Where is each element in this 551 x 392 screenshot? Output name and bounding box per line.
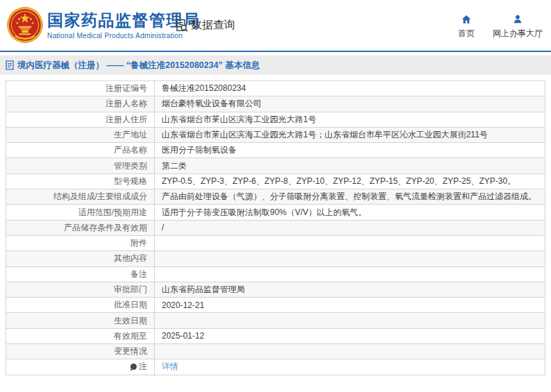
data-query-label: 数据查询 (191, 18, 235, 33)
table-row: 管理类别第二类 (6, 158, 545, 173)
row-value (155, 266, 545, 282)
row-value: 鲁械注准20152080234 (155, 81, 545, 96)
row-label: 注册人住所 (6, 112, 155, 127)
row-label: 其他内容 (6, 251, 155, 266)
data-query-icon (175, 19, 189, 33)
document-icon (6, 60, 15, 70)
nav-service-hall[interactable]: 网上办事大厅 (493, 14, 543, 40)
table-row: 有效期至2025-01-12 (6, 328, 545, 343)
row-value: 2020-12-21 (155, 298, 545, 313)
table-row: 注册人住所山东省烟台市莱山区滨海工业园光大路1号 (6, 112, 545, 127)
row-label: 产品名称 (6, 143, 155, 158)
row-value: 山东省烟台市莱山区滨海工业园光大路1号；山东省烟台市牟平区沁水工业园大展街211… (155, 127, 545, 142)
row-value: ZYP-0.5、ZYP-3、ZYP-6、ZYP-8、ZYP-10、ZYP-12、… (155, 173, 545, 189)
row-label: 管理类别 (6, 158, 155, 173)
table-row: 型号规格ZYP-0.5、ZYP-3、ZYP-6、ZYP-8、ZYP-10、ZYP… (6, 173, 545, 189)
row-value (155, 251, 545, 266)
row-value (155, 344, 545, 359)
row-label: 附件 (6, 235, 155, 250)
row-value: 适用于分子筛变压吸附法制取90%（V/V）以上的氧气。 (155, 205, 545, 220)
national-emblem-icon (6, 6, 44, 44)
row-label: 结构及组成/主要组成成分 (6, 189, 155, 205)
table-row: 生效日期 (6, 313, 545, 328)
row-label: 审批部门 (6, 282, 155, 297)
row-label: 有效期至 (6, 328, 155, 343)
table-row: 注详情 (6, 359, 545, 375)
row-label: 注册证编号 (6, 81, 155, 96)
breadcrumb: 境内医疗器械（注册） —— “鲁械注准20152080234” 基本信息 (0, 56, 551, 75)
info-table-body: 注册证编号鲁械注准20152080234注册人名称烟台豪特氧业设备有限公司注册人… (6, 81, 545, 375)
nav-home-label: 首页 (458, 28, 475, 40)
row-value: 医用分子筛制氧设备 (155, 143, 545, 158)
row-label: 批准日期 (6, 298, 155, 313)
nmpa-logo[interactable]: 国家药品监督管理局 National Medical Products Admi… (6, 6, 201, 44)
row-value: 产品由前处理设备（气源）、分子筛吸附分离装置、控制装置、氧气流量检测装置和产品过… (155, 189, 545, 205)
home-icon (461, 14, 472, 25)
row-value (155, 313, 545, 328)
row-value: 2025-01-12 (155, 328, 545, 343)
table-row: 审批部门山东省药品监督管理局 (6, 282, 545, 297)
row-value: 山东省药品监督管理局 (155, 282, 545, 297)
nav-service-hall-label: 网上办事大厅 (493, 28, 543, 40)
row-label: 备注 (6, 266, 155, 282)
table-row: 产品名称医用分子筛制氧设备 (6, 143, 545, 158)
table-row: 注册证编号鲁械注准20152080234 (6, 81, 545, 96)
row-label: 变更情况 (6, 344, 155, 359)
page-title: 境内医疗器械（注册） —— “鲁械注准20152080234” 基本信息 (17, 60, 260, 71)
row-label: 产品储存条件及有效期 (6, 220, 155, 235)
note-icon (130, 364, 137, 370)
data-query-tab[interactable]: 数据查询 (175, 18, 235, 33)
row-label: 型号规格 (6, 173, 155, 189)
nav-home[interactable]: 首页 (458, 14, 475, 40)
details-link[interactable]: 详情 (162, 361, 178, 371)
row-label: 适用范围/预期用途 (6, 205, 155, 220)
table-row: 其他内容 (6, 251, 545, 266)
row-value: 详情 (155, 359, 545, 375)
table-row: 附件 (6, 235, 545, 250)
row-value (155, 235, 545, 250)
registration-info-table: 注册证编号鲁械注准20152080234注册人名称烟台豪特氧业设备有限公司注册人… (6, 80, 545, 375)
row-label: 生效日期 (6, 313, 155, 328)
row-label: 注 (6, 359, 155, 375)
top-nav: 首页 网上办事大厅 (458, 14, 543, 40)
table-row: 结构及组成/主要组成成分产品由前处理设备（气源）、分子筛吸附分离装置、控制装置、… (6, 189, 545, 205)
table-row: 批准日期2020-12-21 (6, 298, 545, 313)
user-icon (512, 14, 523, 25)
table-row: 备注 (6, 266, 545, 282)
site-subtitle: National Medical Products Administration (47, 32, 201, 40)
table-row: 注册人名称烟台豪特氧业设备有限公司 (6, 96, 545, 112)
table-row: 产品储存条件及有效期/ (6, 220, 545, 235)
row-value: / (155, 220, 545, 235)
row-value: 山东省烟台市莱山区滨海工业园光大路1号 (155, 112, 545, 127)
site-header: 国家药品监督管理局 National Medical Products Admi… (0, 0, 551, 52)
row-value: 烟台豪特氧业设备有限公司 (155, 96, 545, 112)
row-value: 第二类 (155, 158, 545, 173)
table-row: 生产地址山东省烟台市莱山区滨海工业园光大路1号；山东省烟台市牟平区沁水工业园大展… (6, 127, 545, 142)
table-row: 适用范围/预期用途适用于分子筛变压吸附法制取90%（V/V）以上的氧气。 (6, 205, 545, 220)
row-label: 注册人名称 (6, 96, 155, 112)
row-label: 生产地址 (6, 127, 155, 142)
table-row: 变更情况 (6, 344, 545, 359)
